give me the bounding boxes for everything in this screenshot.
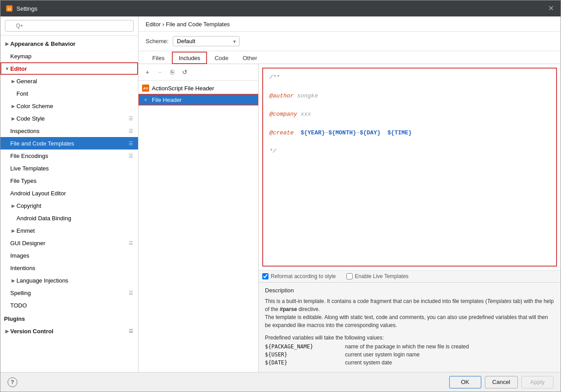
live-templates-option[interactable]: Enable Live Templates — [346, 273, 409, 279]
reset-template-button[interactable]: ↺ — [179, 67, 190, 77]
remove-template-button[interactable]: − — [154, 67, 165, 77]
file-list-panel: + − ⎘ ↺ AS ActionScript File Header — [138, 64, 259, 372]
fileheader-icon: ≡ — [142, 96, 149, 103]
sidebar-item-emmet[interactable]: ▶ Emmet — [0, 224, 138, 237]
search-input[interactable] — [5, 20, 134, 32]
code-tag: @create — [269, 129, 294, 138]
sidebar-item-appearance[interactable]: ▶ Appearance & Behavior — [0, 37, 138, 50]
sidebar-item-label: Intentions — [10, 265, 134, 271]
var-desc-package: name of the package in which the new fil… — [345, 344, 469, 350]
ok-button[interactable]: OK — [449, 376, 481, 388]
chevron-icon: ▶ — [10, 115, 16, 121]
code-tag: @company — [269, 110, 297, 119]
bottom-left: ? — [8, 377, 17, 387]
sidebar-item-todo[interactable]: TODO — [0, 299, 138, 311]
code-editor[interactable]: /** @author songke @company xxx — [262, 68, 557, 267]
code-line: @create ${YEAR} − ${MONTH} − ${DAY} ${TI… — [269, 129, 550, 138]
sidebar-item-label: Android Layout Editor — [10, 190, 134, 197]
sidebar-item-font[interactable]: Font — [0, 87, 138, 100]
copy-template-button[interactable]: ⎘ — [167, 67, 178, 77]
sidebar-item-file-encodings[interactable]: File Encodings ☰ — [0, 150, 138, 162]
sidebar-item-label: Code Style — [16, 115, 127, 122]
sidebar-item-label: Live Templates — [10, 165, 134, 172]
sidebar-item-intentions[interactable]: Intentions — [0, 262, 138, 274]
code-value: xxx — [297, 110, 311, 119]
sidebar-item-general[interactable]: ▶ General — [0, 75, 138, 87]
sidebar-item-file-code-templates[interactable]: File and Code Templates ☰ — [0, 137, 138, 150]
tabs-row: Files Includes Code Other — [138, 51, 561, 64]
sidebar-item-label: Copyright — [16, 202, 134, 209]
chevron-icon: ▶ — [4, 328, 10, 334]
sidebar-item-plugins[interactable]: Plugins — [0, 312, 138, 325]
live-templates-label: Enable Live Templates — [355, 273, 409, 279]
var-desc-user: current user system login name — [345, 352, 419, 358]
sidebar-item-label: Language Injections — [16, 277, 134, 284]
sidebar-item-label: Android Data Binding — [16, 215, 134, 222]
tab-files[interactable]: Files — [146, 52, 171, 64]
sidebar-item-keymap[interactable]: Keymap — [0, 50, 138, 62]
apply-button[interactable]: Apply — [521, 376, 553, 388]
options-row: Reformat according to style Enable Live … — [259, 270, 561, 282]
sidebar-item-gui-designer[interactable]: GUI Designer ☰ — [0, 237, 138, 249]
code-line: */ — [269, 147, 550, 156]
settings-icon: ☰ — [127, 327, 134, 335]
scheme-select-wrapper: Default — [173, 36, 240, 46]
breadcrumb: Editor › File and Code Templates — [138, 16, 561, 32]
scheme-select[interactable]: Default — [173, 36, 240, 46]
tab-other[interactable]: Other — [236, 52, 264, 64]
reformat-label: Reformat according to style — [271, 273, 336, 279]
var-name-package: ${PACKAGE_NAME} — [265, 344, 345, 350]
code-var-month: ${MONTH} — [329, 129, 356, 138]
code-line: /** — [269, 73, 550, 82]
add-template-button[interactable]: + — [142, 67, 153, 77]
title-bar: IJ Settings ✕ — [0, 0, 561, 16]
sidebar-item-android-layout-editor[interactable]: Android Layout Editor — [0, 187, 138, 199]
reformat-option[interactable]: Reformat according to style — [262, 273, 336, 279]
description-variables: Predefined variables will take the follo… — [265, 334, 554, 366]
tab-code[interactable]: Code — [208, 52, 235, 64]
chevron-icon: ▶ — [10, 227, 16, 234]
sidebar-item-label: Plugins — [4, 315, 134, 322]
code-var-year: ${YEAR} — [301, 129, 325, 138]
var-name-user: ${USER} — [265, 352, 345, 358]
sidebar-item-inspections[interactable]: Inspections ☰ — [0, 125, 138, 137]
reformat-checkbox[interactable] — [262, 273, 268, 279]
settings-icon: ☰ — [127, 127, 134, 134]
sidebar-item-label: Emmet — [16, 227, 134, 234]
cancel-button[interactable]: Cancel — [485, 376, 518, 388]
sidebar-item-copyright[interactable]: ▶ Copyright — [0, 199, 138, 212]
sidebar-item-color-scheme[interactable]: ▶ Color Scheme — [0, 100, 138, 112]
file-item-fileheader[interactable]: ≡ File Header — [138, 94, 258, 105]
breadcrumb-editor: Editor — [146, 21, 161, 28]
search-wrapper: 🔍 — [5, 20, 134, 32]
help-button[interactable]: ? — [8, 377, 17, 387]
sidebar-item-images[interactable]: Images — [0, 249, 138, 262]
settings-icon: ☰ — [127, 140, 134, 147]
sidebar-item-label: General — [16, 78, 134, 85]
chevron-icon: ▶ — [10, 103, 16, 109]
tab-includes[interactable]: Includes — [172, 52, 207, 64]
sidebar-item-label: Inspections — [10, 128, 127, 134]
sidebar-item-label: File Encodings — [10, 153, 127, 159]
sidebar-item-spelling[interactable]: Spelling ☰ — [0, 287, 138, 299]
file-item-actionscript[interactable]: AS ActionScript File Header — [138, 82, 258, 94]
file-item-label: File Header — [152, 97, 182, 103]
settings-icon: ☰ — [127, 152, 134, 159]
var-row-date: ${DATE} current system date — [265, 360, 554, 366]
sidebar-item-version-control[interactable]: ▶ Version Control ☰ — [0, 325, 138, 337]
main-split: + − ⎘ ↺ AS ActionScript File Header — [138, 64, 561, 372]
bottom-right: OK Cancel Apply — [449, 376, 553, 388]
sidebar-item-live-templates[interactable]: Live Templates — [0, 162, 138, 174]
description-title: Description — [265, 287, 554, 294]
sidebar-item-editor[interactable]: ▼ Editor — [0, 62, 138, 75]
sidebar-item-code-style[interactable]: ▶ Code Style ☰ — [0, 112, 138, 125]
live-templates-checkbox[interactable] — [346, 273, 353, 279]
sidebar-item-label: Color Scheme — [16, 103, 134, 109]
sidebar-item-language-injections[interactable]: ▶ Language Injections — [0, 274, 138, 287]
sidebar-item-android-data-binding[interactable]: Android Data Binding — [0, 212, 138, 224]
breadcrumb-sep: › — [163, 21, 166, 28]
code-space2 — [381, 129, 388, 138]
close-button[interactable]: ✕ — [548, 5, 555, 12]
sidebar-item-label: Font — [16, 90, 134, 97]
sidebar-item-file-types[interactable]: File Types — [0, 174, 138, 187]
